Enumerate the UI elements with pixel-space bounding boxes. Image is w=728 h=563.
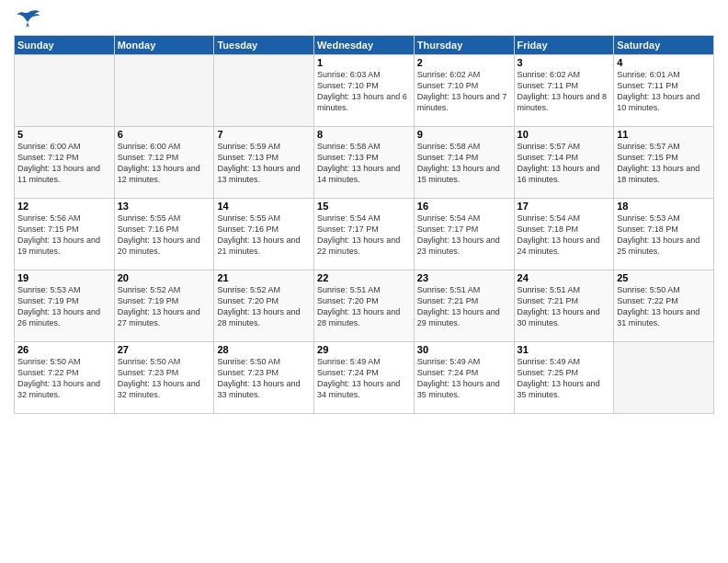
day-info: Sunrise: 6:00 AM Sunset: 7:12 PM Dayligh… — [118, 141, 211, 186]
calendar-week-2: 5Sunrise: 6:00 AM Sunset: 7:12 PM Daylig… — [15, 127, 714, 199]
header — [14, 9, 714, 31]
day-number: 24 — [518, 272, 611, 283]
calendar-cell: 2Sunrise: 6:02 AM Sunset: 7:10 PM Daylig… — [414, 55, 514, 127]
calendar-cell: 14Sunrise: 5:55 AM Sunset: 7:16 PM Dayli… — [214, 199, 314, 270]
day-number: 14 — [217, 201, 311, 212]
logo — [14, 9, 45, 31]
day-info: Sunrise: 5:49 AM Sunset: 7:24 PM Dayligh… — [317, 356, 411, 401]
day-number: 20 — [118, 272, 211, 283]
calendar-week-1: 1Sunrise: 6:03 AM Sunset: 7:10 PM Daylig… — [15, 55, 714, 127]
day-info: Sunrise: 5:51 AM Sunset: 7:20 PM Dayligh… — [317, 284, 411, 329]
calendar-cell: 23Sunrise: 5:51 AM Sunset: 7:21 PM Dayli… — [414, 270, 514, 342]
day-info: Sunrise: 5:57 AM Sunset: 7:14 PM Dayligh… — [518, 141, 611, 186]
day-info: Sunrise: 5:55 AM Sunset: 7:16 PM Dayligh… — [118, 213, 211, 258]
day-info: Sunrise: 5:51 AM Sunset: 7:21 PM Dayligh… — [417, 284, 511, 329]
day-info: Sunrise: 6:02 AM Sunset: 7:11 PM Dayligh… — [518, 69, 611, 114]
calendar-cell: 6Sunrise: 6:00 AM Sunset: 7:12 PM Daylig… — [114, 127, 214, 199]
calendar-cell: 29Sunrise: 5:49 AM Sunset: 7:24 PM Dayli… — [314, 342, 415, 414]
day-info: Sunrise: 5:57 AM Sunset: 7:15 PM Dayligh… — [617, 141, 711, 186]
day-number: 1 — [317, 57, 411, 68]
weekday-header-tuesday: Tuesday — [214, 36, 314, 55]
weekday-header-sunday: Sunday — [15, 36, 115, 55]
day-info: Sunrise: 5:54 AM Sunset: 7:17 PM Dayligh… — [417, 213, 511, 258]
calendar-cell: 22Sunrise: 5:51 AM Sunset: 7:20 PM Dayli… — [314, 270, 415, 342]
calendar-cell: 31Sunrise: 5:49 AM Sunset: 7:25 PM Dayli… — [514, 342, 614, 414]
calendar-header-row: SundayMondayTuesdayWednesdayThursdayFrid… — [15, 36, 714, 55]
day-number: 4 — [617, 57, 711, 68]
calendar-cell: 13Sunrise: 5:55 AM Sunset: 7:16 PM Dayli… — [114, 199, 214, 270]
weekday-header-thursday: Thursday — [414, 36, 514, 55]
calendar-cell: 17Sunrise: 5:54 AM Sunset: 7:18 PM Dayli… — [514, 199, 614, 270]
calendar-cell: 11Sunrise: 5:57 AM Sunset: 7:15 PM Dayli… — [614, 127, 714, 199]
calendar-week-3: 12Sunrise: 5:56 AM Sunset: 7:15 PM Dayli… — [15, 199, 714, 270]
weekday-header-saturday: Saturday — [614, 36, 714, 55]
calendar-cell: 21Sunrise: 5:52 AM Sunset: 7:20 PM Dayli… — [214, 270, 314, 342]
logo-bird-icon — [14, 9, 41, 31]
calendar-week-5: 26Sunrise: 5:50 AM Sunset: 7:22 PM Dayli… — [15, 342, 714, 414]
day-number: 16 — [417, 201, 511, 212]
calendar-cell: 12Sunrise: 5:56 AM Sunset: 7:15 PM Dayli… — [15, 199, 115, 270]
calendar-cell — [214, 55, 314, 127]
calendar-cell: 30Sunrise: 5:49 AM Sunset: 7:24 PM Dayli… — [414, 342, 514, 414]
day-info: Sunrise: 5:54 AM Sunset: 7:18 PM Dayligh… — [518, 213, 611, 258]
day-number: 23 — [417, 272, 511, 283]
day-info: Sunrise: 5:50 AM Sunset: 7:22 PM Dayligh… — [17, 356, 111, 401]
day-number: 6 — [118, 129, 211, 140]
day-info: Sunrise: 5:54 AM Sunset: 7:17 PM Dayligh… — [317, 213, 411, 258]
day-info: Sunrise: 5:53 AM Sunset: 7:19 PM Dayligh… — [17, 284, 111, 329]
calendar-cell: 19Sunrise: 5:53 AM Sunset: 7:19 PM Dayli… — [15, 270, 115, 342]
day-number: 2 — [417, 57, 511, 68]
day-number: 28 — [217, 344, 311, 355]
day-info: Sunrise: 5:50 AM Sunset: 7:23 PM Dayligh… — [118, 356, 211, 401]
day-number: 5 — [17, 129, 111, 140]
day-info: Sunrise: 5:58 AM Sunset: 7:14 PM Dayligh… — [417, 141, 511, 186]
calendar-cell: 24Sunrise: 5:51 AM Sunset: 7:21 PM Dayli… — [514, 270, 614, 342]
calendar-cell: 7Sunrise: 5:59 AM Sunset: 7:13 PM Daylig… — [214, 127, 314, 199]
calendar-week-4: 19Sunrise: 5:53 AM Sunset: 7:19 PM Dayli… — [15, 270, 714, 342]
calendar-cell: 25Sunrise: 5:50 AM Sunset: 7:22 PM Dayli… — [614, 270, 714, 342]
day-number: 13 — [118, 201, 211, 212]
calendar-cell: 8Sunrise: 5:58 AM Sunset: 7:13 PM Daylig… — [314, 127, 415, 199]
day-number: 27 — [118, 344, 211, 355]
day-info: Sunrise: 6:01 AM Sunset: 7:11 PM Dayligh… — [617, 69, 711, 114]
day-info: Sunrise: 5:51 AM Sunset: 7:21 PM Dayligh… — [518, 284, 611, 329]
calendar-cell: 4Sunrise: 6:01 AM Sunset: 7:11 PM Daylig… — [614, 55, 714, 127]
day-number: 31 — [518, 344, 611, 355]
day-info: Sunrise: 6:00 AM Sunset: 7:12 PM Dayligh… — [17, 141, 111, 186]
day-info: Sunrise: 5:52 AM Sunset: 7:19 PM Dayligh… — [118, 284, 211, 329]
page-container: SundayMondayTuesdayWednesdayThursdayFrid… — [0, 0, 728, 423]
calendar-cell: 16Sunrise: 5:54 AM Sunset: 7:17 PM Dayli… — [414, 199, 514, 270]
day-info: Sunrise: 5:53 AM Sunset: 7:18 PM Dayligh… — [617, 213, 711, 258]
day-number: 10 — [518, 129, 611, 140]
calendar-cell: 20Sunrise: 5:52 AM Sunset: 7:19 PM Dayli… — [114, 270, 214, 342]
calendar-cell: 3Sunrise: 6:02 AM Sunset: 7:11 PM Daylig… — [514, 55, 614, 127]
day-number: 3 — [518, 57, 611, 68]
calendar-table: SundayMondayTuesdayWednesdayThursdayFrid… — [14, 35, 714, 414]
day-info: Sunrise: 5:52 AM Sunset: 7:20 PM Dayligh… — [217, 284, 311, 329]
calendar-cell: 10Sunrise: 5:57 AM Sunset: 7:14 PM Dayli… — [514, 127, 614, 199]
calendar-cell: 15Sunrise: 5:54 AM Sunset: 7:17 PM Dayli… — [314, 199, 415, 270]
calendar-cell — [15, 55, 115, 127]
calendar-cell: 27Sunrise: 5:50 AM Sunset: 7:23 PM Dayli… — [114, 342, 214, 414]
day-info: Sunrise: 6:03 AM Sunset: 7:10 PM Dayligh… — [317, 69, 411, 114]
day-number: 11 — [617, 129, 711, 140]
day-info: Sunrise: 5:55 AM Sunset: 7:16 PM Dayligh… — [217, 213, 311, 258]
weekday-header-friday: Friday — [514, 36, 614, 55]
day-info: Sunrise: 5:59 AM Sunset: 7:13 PM Dayligh… — [217, 141, 311, 186]
calendar-cell — [114, 55, 214, 127]
day-number: 30 — [417, 344, 511, 355]
day-number: 8 — [317, 129, 411, 140]
day-info: Sunrise: 5:49 AM Sunset: 7:25 PM Dayligh… — [518, 356, 611, 401]
day-number: 19 — [17, 272, 111, 283]
calendar-cell: 5Sunrise: 6:00 AM Sunset: 7:12 PM Daylig… — [15, 127, 115, 199]
calendar-cell — [614, 342, 714, 414]
day-number: 25 — [617, 272, 711, 283]
day-info: Sunrise: 5:50 AM Sunset: 7:22 PM Dayligh… — [617, 284, 711, 329]
calendar-cell: 18Sunrise: 5:53 AM Sunset: 7:18 PM Dayli… — [614, 199, 714, 270]
day-info: Sunrise: 5:56 AM Sunset: 7:15 PM Dayligh… — [17, 213, 111, 258]
day-info: Sunrise: 6:02 AM Sunset: 7:10 PM Dayligh… — [417, 69, 511, 114]
day-info: Sunrise: 5:58 AM Sunset: 7:13 PM Dayligh… — [317, 141, 411, 186]
day-number: 21 — [217, 272, 311, 283]
calendar-cell: 9Sunrise: 5:58 AM Sunset: 7:14 PM Daylig… — [414, 127, 514, 199]
day-number: 26 — [17, 344, 111, 355]
